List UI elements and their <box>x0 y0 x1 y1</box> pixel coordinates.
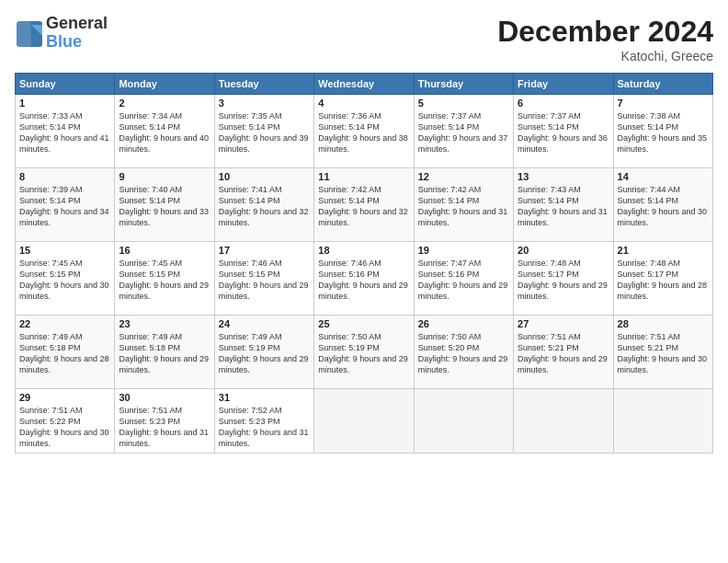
logo-blue: Blue <box>46 33 108 52</box>
table-row: 15 Sunrise: 7:45 AMSunset: 5:15 PMDaylig… <box>16 242 115 316</box>
table-row: 18 Sunrise: 7:46 AMSunset: 5:16 PMDaylig… <box>314 242 414 316</box>
day-number: 14 <box>618 171 709 182</box>
day-info: Sunrise: 7:49 AMSunset: 5:18 PMDaylight:… <box>119 332 209 374</box>
table-row: 22 Sunrise: 7:49 AMSunset: 5:18 PMDaylig… <box>16 316 115 389</box>
table-row: 16 Sunrise: 7:45 AMSunset: 5:15 PMDaylig… <box>115 242 214 316</box>
day-info: Sunrise: 7:38 AMSunset: 5:14 PMDaylight:… <box>618 111 708 154</box>
table-row: 29 Sunrise: 7:51 AMSunset: 5:22 PMDaylig… <box>16 389 115 454</box>
empty-cell <box>414 389 513 454</box>
day-number: 23 <box>119 318 210 329</box>
day-number: 16 <box>119 245 210 256</box>
empty-cell <box>314 389 414 454</box>
day-number: 22 <box>19 318 110 329</box>
day-number: 12 <box>418 171 509 182</box>
day-number: 30 <box>119 392 210 403</box>
table-row: 28 Sunrise: 7:51 AMSunset: 5:21 PMDaylig… <box>613 316 712 389</box>
header-wednesday: Wednesday <box>314 74 414 95</box>
day-number: 17 <box>219 245 310 256</box>
day-info: Sunrise: 7:42 AMSunset: 5:14 PMDaylight:… <box>418 185 508 227</box>
table-row: 26 Sunrise: 7:50 AMSunset: 5:20 PMDaylig… <box>414 316 513 389</box>
table-row: 23 Sunrise: 7:49 AMSunset: 5:18 PMDaylig… <box>115 316 214 389</box>
header: General Blue December 2024 Katochi, Gree… <box>15 15 713 63</box>
day-info: Sunrise: 7:41 AMSunset: 5:14 PMDaylight:… <box>219 185 309 227</box>
day-info: Sunrise: 7:44 AMSunset: 5:14 PMDaylight:… <box>618 185 708 227</box>
table-row: 8 Sunrise: 7:39 AMSunset: 5:14 PMDayligh… <box>16 168 115 242</box>
day-info: Sunrise: 7:35 AMSunset: 5:14 PMDaylight:… <box>219 111 309 154</box>
day-info: Sunrise: 7:50 AMSunset: 5:19 PMDaylight:… <box>318 332 408 374</box>
calendar-week-row: 1 Sunrise: 7:33 AMSunset: 5:14 PMDayligh… <box>16 95 713 168</box>
table-row: 24 Sunrise: 7:49 AMSunset: 5:19 PMDaylig… <box>214 316 313 389</box>
svg-rect-2 <box>17 21 31 47</box>
day-info: Sunrise: 7:33 AMSunset: 5:14 PMDaylight:… <box>19 111 109 154</box>
day-info: Sunrise: 7:51 AMSunset: 5:21 PMDaylight:… <box>518 332 608 374</box>
day-number: 27 <box>518 318 609 329</box>
location: Katochi, Greece <box>497 49 713 63</box>
header-saturday: Saturday <box>613 74 712 95</box>
day-info: Sunrise: 7:45 AMSunset: 5:15 PMDaylight:… <box>19 259 109 301</box>
month-title: December 2024 <box>497 15 713 49</box>
day-info: Sunrise: 7:37 AMSunset: 5:14 PMDaylight:… <box>418 111 508 154</box>
day-info: Sunrise: 7:51 AMSunset: 5:21 PMDaylight:… <box>618 332 708 374</box>
table-row: 1 Sunrise: 7:33 AMSunset: 5:14 PMDayligh… <box>16 95 115 168</box>
day-info: Sunrise: 7:50 AMSunset: 5:20 PMDaylight:… <box>418 332 508 374</box>
table-row: 17 Sunrise: 7:46 AMSunset: 5:15 PMDaylig… <box>214 242 313 316</box>
title-block: December 2024 Katochi, Greece <box>497 15 713 63</box>
day-info: Sunrise: 7:43 AMSunset: 5:14 PMDaylight:… <box>518 185 608 227</box>
table-row: 30 Sunrise: 7:51 AMSunset: 5:23 PMDaylig… <box>115 389 214 454</box>
day-number: 8 <box>19 171 110 182</box>
day-number: 18 <box>318 245 409 256</box>
day-info: Sunrise: 7:37 AMSunset: 5:14 PMDaylight:… <box>518 111 608 154</box>
calendar-week-row: 29 Sunrise: 7:51 AMSunset: 5:22 PMDaylig… <box>16 389 713 454</box>
header-tuesday: Tuesday <box>214 74 313 95</box>
calendar-week-row: 22 Sunrise: 7:49 AMSunset: 5:18 PMDaylig… <box>16 316 713 389</box>
table-row: 9 Sunrise: 7:40 AMSunset: 5:14 PMDayligh… <box>115 168 214 242</box>
day-info: Sunrise: 7:51 AMSunset: 5:22 PMDaylight:… <box>19 406 109 448</box>
calendar-table: Sunday Monday Tuesday Wednesday Thursday… <box>15 73 713 454</box>
day-number: 11 <box>318 171 409 182</box>
day-number: 4 <box>318 98 409 109</box>
day-number: 10 <box>219 171 310 182</box>
day-number: 24 <box>219 318 310 329</box>
day-info: Sunrise: 7:34 AMSunset: 5:14 PMDaylight:… <box>119 111 209 154</box>
table-row: 19 Sunrise: 7:47 AMSunset: 5:16 PMDaylig… <box>414 242 513 316</box>
day-number: 25 <box>318 318 409 329</box>
table-row: 7 Sunrise: 7:38 AMSunset: 5:14 PMDayligh… <box>613 95 712 168</box>
day-number: 3 <box>219 98 310 109</box>
day-number: 13 <box>518 171 609 182</box>
day-number: 29 <box>19 392 110 403</box>
day-number: 21 <box>618 245 709 256</box>
day-info: Sunrise: 7:48 AMSunset: 5:17 PMDaylight:… <box>518 259 608 301</box>
table-row: 13 Sunrise: 7:43 AMSunset: 5:14 PMDaylig… <box>514 168 613 242</box>
day-info: Sunrise: 7:40 AMSunset: 5:14 PMDaylight:… <box>119 185 209 227</box>
empty-cell <box>613 389 712 454</box>
table-row: 20 Sunrise: 7:48 AMSunset: 5:17 PMDaylig… <box>514 242 613 316</box>
header-thursday: Thursday <box>414 74 513 95</box>
day-number: 15 <box>19 245 110 256</box>
table-row: 6 Sunrise: 7:37 AMSunset: 5:14 PMDayligh… <box>514 95 613 168</box>
calendar-week-row: 15 Sunrise: 7:45 AMSunset: 5:15 PMDaylig… <box>16 242 713 316</box>
day-info: Sunrise: 7:42 AMSunset: 5:14 PMDaylight:… <box>318 185 408 227</box>
calendar-page: General Blue December 2024 Katochi, Gree… <box>0 0 728 563</box>
day-number: 5 <box>418 98 509 109</box>
day-info: Sunrise: 7:46 AMSunset: 5:15 PMDaylight:… <box>219 259 309 301</box>
table-row: 14 Sunrise: 7:44 AMSunset: 5:14 PMDaylig… <box>613 168 712 242</box>
table-row: 3 Sunrise: 7:35 AMSunset: 5:14 PMDayligh… <box>214 95 313 168</box>
calendar-week-row: 8 Sunrise: 7:39 AMSunset: 5:14 PMDayligh… <box>16 168 713 242</box>
day-info: Sunrise: 7:36 AMSunset: 5:14 PMDaylight:… <box>318 111 408 154</box>
header-sunday: Sunday <box>16 74 115 95</box>
day-number: 9 <box>119 171 210 182</box>
table-row: 25 Sunrise: 7:50 AMSunset: 5:19 PMDaylig… <box>314 316 414 389</box>
table-row: 11 Sunrise: 7:42 AMSunset: 5:14 PMDaylig… <box>314 168 414 242</box>
day-number: 19 <box>418 245 509 256</box>
day-number: 6 <box>518 98 609 109</box>
table-row: 10 Sunrise: 7:41 AMSunset: 5:14 PMDaylig… <box>214 168 313 242</box>
day-info: Sunrise: 7:49 AMSunset: 5:19 PMDaylight:… <box>219 332 309 374</box>
day-info: Sunrise: 7:48 AMSunset: 5:17 PMDaylight:… <box>618 259 708 301</box>
logo: General Blue <box>15 15 108 52</box>
day-number: 31 <box>219 392 310 403</box>
day-number: 20 <box>518 245 609 256</box>
day-number: 2 <box>119 98 210 109</box>
day-number: 7 <box>618 98 709 109</box>
table-row: 2 Sunrise: 7:34 AMSunset: 5:14 PMDayligh… <box>115 95 214 168</box>
day-number: 28 <box>618 318 709 329</box>
